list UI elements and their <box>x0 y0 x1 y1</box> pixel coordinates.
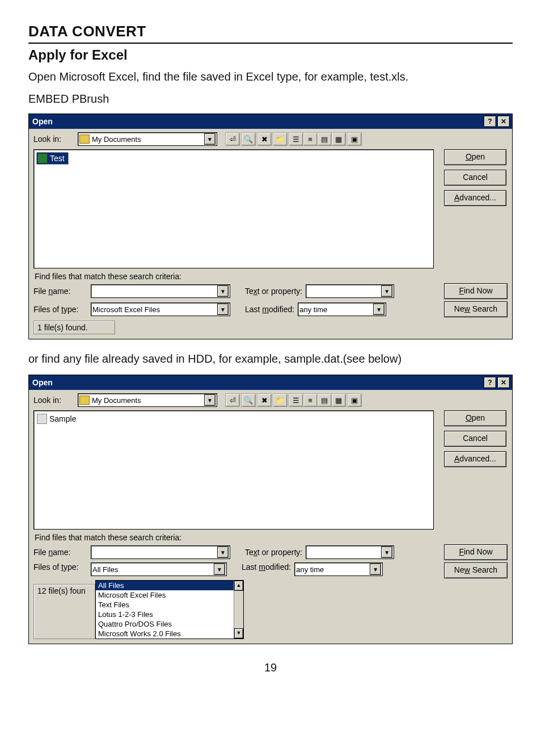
open-button[interactable]: Open <box>444 410 506 426</box>
find-now-button[interactable]: Find Now <box>444 544 508 560</box>
lookin-value: My Documents <box>92 396 204 405</box>
advanced-button[interactable]: Advanced... <box>444 190 506 206</box>
chevron-down-icon[interactable]: ▼ <box>214 564 225 575</box>
dropdown-option[interactable]: Microsoft Works 2.0 Files <box>96 629 243 639</box>
toolbar-icon-group: ⏎ 🔍 ✖ 📁 ☰ ≡ ▤ ▦ ▣ <box>225 132 362 146</box>
chevron-down-icon[interactable]: ▼ <box>204 133 215 145</box>
filesoftype-dropdown[interactable]: All Files Microsoft Excel Files Text Fil… <box>95 580 244 639</box>
chevron-down-icon[interactable]: ▼ <box>381 285 392 297</box>
chevron-down-icon[interactable]: ▼ <box>217 304 229 315</box>
chevron-down-icon[interactable]: ▼ <box>217 547 229 558</box>
open-dialog-2: Open ? ✕ Look in: My Documents ▼ ⏎ 🔍 ✖ 📁… <box>28 375 513 644</box>
lookin-combo[interactable]: My Documents ▼ <box>78 393 217 407</box>
folder-icon <box>79 135 90 144</box>
details-view-icon[interactable]: ≡ <box>303 133 318 145</box>
lookin-label: Look in: <box>33 396 73 405</box>
toolbar-icon-group: ⏎ 🔍 ✖ 📁 ☰ ≡ ▤ ▦ ▣ <box>225 393 362 407</box>
cancel-button[interactable]: Cancel <box>444 431 506 447</box>
dropdown-scrollbar[interactable]: ▲ ▼ <box>234 581 243 639</box>
delete-icon[interactable]: ✖ <box>257 132 272 146</box>
close-button[interactable]: ✕ <box>497 377 510 388</box>
filesoftype-field[interactable]: Microsoft Excel Files ▼ <box>91 303 230 316</box>
preview-view-icon[interactable]: ▦ <box>332 394 345 406</box>
filename-label: File name: <box>33 287 87 296</box>
lookin-label: Look in: <box>33 135 73 144</box>
file-list-area[interactable]: Test <box>33 149 434 268</box>
new-folder-icon[interactable]: 📁 <box>273 132 288 146</box>
delete-icon[interactable]: ✖ <box>257 393 272 407</box>
advanced-button[interactable]: Advanced... <box>444 451 506 467</box>
filename-label: File name: <box>33 548 87 557</box>
chevron-down-icon[interactable]: ▼ <box>370 564 381 575</box>
properties-view-icon[interactable]: ▤ <box>318 133 332 145</box>
search-web-icon[interactable]: 🔍 <box>241 132 256 146</box>
file-item[interactable]: Sample <box>36 413 79 425</box>
status-text: 1 file(s) found. <box>33 321 115 334</box>
file-list-area[interactable]: Sample <box>33 410 434 530</box>
filesoftype-label: Files of type: <box>33 305 87 314</box>
new-search-button[interactable]: New Search <box>444 301 508 317</box>
dropdown-option[interactable]: Microsoft Excel Files <box>96 590 243 600</box>
status-text: 12 file(s) foun <box>33 584 95 639</box>
cancel-button[interactable]: Cancel <box>444 170 506 186</box>
properties-view-icon[interactable]: ▤ <box>318 394 332 406</box>
dropdown-option[interactable]: Text Files <box>96 600 243 610</box>
details-view-icon[interactable]: ≡ <box>303 394 318 406</box>
titlebar: Open ? ✕ <box>29 114 512 129</box>
file-item-selected[interactable]: Test <box>36 152 69 165</box>
commands-and-settings-icon[interactable]: ▣ <box>347 393 362 407</box>
chevron-down-icon[interactable]: ▼ <box>381 547 392 558</box>
filename-field[interactable]: ▼ <box>91 545 230 559</box>
scroll-down-icon[interactable]: ▼ <box>234 628 243 639</box>
new-search-button[interactable]: New Search <box>444 562 508 578</box>
up-one-level-icon[interactable]: ⏎ <box>225 132 240 146</box>
filesoftype-label: Files of type: <box>33 562 87 572</box>
chevron-down-icon[interactable]: ▼ <box>204 394 215 406</box>
close-button[interactable]: ✕ <box>497 116 510 127</box>
lastmodified-label: Last modified: <box>245 305 294 314</box>
text-or-property-label: Text or property: <box>245 287 302 296</box>
new-folder-icon[interactable]: 📁 <box>273 393 288 407</box>
lookin-combo[interactable]: My Documents ▼ <box>78 132 217 146</box>
open-button[interactable]: Open <box>444 149 506 165</box>
chevron-down-icon[interactable]: ▼ <box>217 285 229 297</box>
search-caption: Find files that match these search crite… <box>35 272 508 281</box>
file-item-label: Test <box>50 154 65 163</box>
lastmodified-field[interactable]: any time ▼ <box>298 303 386 316</box>
excel-file-icon <box>37 153 48 163</box>
embed-line: EMBED PBrush <box>28 93 513 106</box>
text-or-property-field[interactable]: ▼ <box>306 545 394 559</box>
folder-icon <box>79 396 90 405</box>
filesoftype-field[interactable]: All Files ▼ <box>91 562 227 576</box>
search-caption: Find files that match these search crite… <box>35 533 508 542</box>
dialog-title: Open <box>31 117 53 126</box>
lastmodified-label: Last modified: <box>242 562 291 572</box>
find-now-button[interactable]: Find Now <box>444 283 508 299</box>
commands-and-settings-icon[interactable]: ▣ <box>347 132 362 146</box>
search-web-icon[interactable]: 🔍 <box>241 393 256 407</box>
intro-paragraph: Open Microsoft Excel, find the file save… <box>28 69 513 85</box>
lastmodified-field[interactable]: any time ▼ <box>294 562 383 576</box>
preview-view-icon[interactable]: ▦ <box>332 133 345 145</box>
filename-field[interactable]: ▼ <box>91 284 230 298</box>
up-one-level-icon[interactable]: ⏎ <box>225 393 240 407</box>
dropdown-option[interactable]: Quattro Pro/DOS Files <box>96 619 243 629</box>
list-view-icon[interactable]: ☰ <box>289 394 303 406</box>
chevron-down-icon[interactable]: ▼ <box>373 304 384 315</box>
help-button[interactable]: ? <box>484 116 496 127</box>
list-view-icon[interactable]: ☰ <box>289 133 303 145</box>
heading-rule <box>28 43 513 44</box>
file-item-label: Sample <box>49 414 76 423</box>
open-dialog-1: Open ? ✕ Look in: My Documents ▼ ⏎ 🔍 ✖ 📁… <box>28 114 513 339</box>
dropdown-option[interactable]: All Files <box>96 581 243 590</box>
lookin-value: My Documents <box>92 135 204 144</box>
generic-file-icon <box>37 414 47 424</box>
titlebar: Open ? ✕ <box>29 375 512 390</box>
page-heading: DATA CONVERT <box>28 23 513 40</box>
dropdown-option[interactable]: Lotus 1-2-3 Files <box>96 610 243 619</box>
text-or-property-field[interactable]: ▼ <box>306 284 394 298</box>
subheading: Apply for Excel <box>28 47 513 63</box>
scroll-up-icon[interactable]: ▲ <box>234 581 243 591</box>
help-button[interactable]: ? <box>484 377 496 388</box>
text-or-property-label: Text or property: <box>245 548 302 557</box>
